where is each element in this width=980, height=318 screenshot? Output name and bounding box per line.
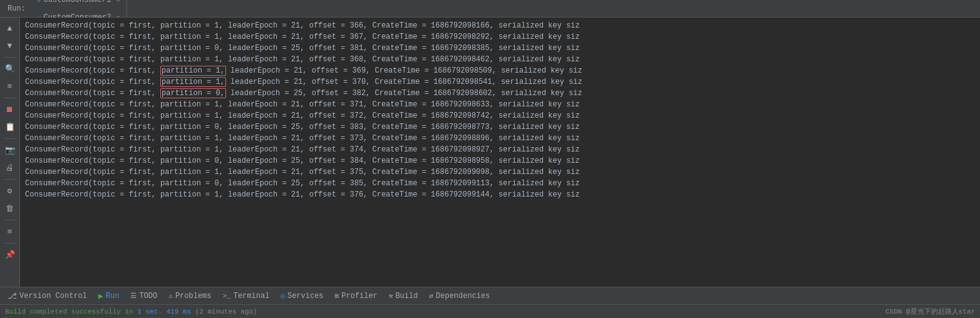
todo-icon: ☰ [130, 292, 137, 300]
status-bar: Build completed successfully in 1 sec. 4… [0, 304, 980, 318]
toolbar-separator [3, 179, 17, 180]
profiler-icon: ⊞ [335, 292, 339, 300]
layout-button[interactable]: 📋 [2, 119, 18, 135]
highlight-box: partition = 1, [160, 66, 226, 76]
bottom-btn-build[interactable]: ⚒Build [384, 289, 423, 303]
search-button[interactable]: 🔍 [2, 61, 18, 77]
main-area: ▲▼🔍≡⏹📋📷🖨⚙🗑≡📌 ConsumerRecord(topic = firs… [0, 18, 980, 287]
bottom-btn-profiler[interactable]: ⊞Profiler [330, 289, 383, 303]
toolbar-separator [3, 98, 17, 98]
highlight-box: partition = 0, [160, 88, 226, 98]
pin-button[interactable]: 📌 [2, 247, 18, 263]
bottom-btn-run[interactable]: ▶Run [93, 289, 124, 303]
console-line: ConsumerRecord(topic = first, partition … [20, 189, 980, 200]
toolbar-separator [3, 243, 17, 244]
console-line: ConsumerRecord(topic = first, partition … [20, 133, 980, 144]
console-line: ConsumerRecord(topic = first, partition … [20, 110, 980, 121]
highlight-box: partition = 1, [160, 77, 226, 87]
toolbar-separator [3, 138, 17, 139]
bottom-btn-label: Profiler [341, 292, 378, 300]
scroll-up-button[interactable]: ▲ [2, 20, 18, 36]
menu-button[interactable]: ≡ [2, 223, 18, 240]
bottom-btn-label: Terminal [234, 292, 270, 300]
stop-button[interactable]: ⏹ [2, 101, 18, 118]
wrap-lines-button[interactable]: ≡ [2, 78, 18, 95]
build-icon: ⚒ [389, 292, 393, 300]
print-button[interactable]: 🖨 [2, 160, 18, 176]
left-toolbar: ▲▼🔍≡⏹📋📷🖨⚙🗑≡📌 [0, 18, 20, 287]
build-suffix: (2 minutes ago) [191, 308, 257, 315]
bottom-btn-label: Dependencies [436, 292, 490, 300]
console-line: ConsumerRecord(topic = first, partition … [20, 65, 980, 76]
bottom-btn-label: Services [287, 292, 324, 300]
clear-button[interactable]: 🗑 [2, 200, 18, 217]
build-success-text: Build completed successfully in [5, 308, 137, 315]
console-line: ConsumerRecord(topic = first, partition … [20, 144, 980, 155]
tab-customconsumer1[interactable]: ☕ CustomConsumer1 ✕ [31, 0, 127, 9]
console-area[interactable]: ConsumerRecord(topic = first, partition … [20, 18, 980, 287]
console-line: ConsumerRecord(topic = first, partition … [20, 121, 980, 133]
bottom-btn-dependencies[interactable]: ⇄Dependencies [424, 289, 495, 303]
bottom-btn-problems[interactable]: ⚠Problems [163, 289, 216, 303]
services-icon: ◎ [281, 292, 285, 300]
screenshot-button[interactable]: 📷 [2, 142, 18, 158]
tab-bar: Run: ☕ CustomConsumer ✕ ☕ CustomConsumer… [0, 0, 980, 18]
bottom-btn-label: TODO [139, 292, 157, 300]
console-line: ConsumerRecord(topic = first, partition … [20, 31, 980, 43]
dependencies-icon: ⇄ [429, 292, 433, 300]
terminal-icon: >_ [223, 292, 231, 300]
toolbar-separator [3, 220, 17, 220]
tab-close[interactable]: ✕ [116, 0, 120, 4]
console-line: ConsumerRecord(topic = first, partition … [20, 20, 980, 31]
bottom-btn-todo[interactable]: ☰TODO [125, 289, 162, 303]
run-icon: ▶ [98, 291, 103, 301]
bottom-btn-label: Version Control [19, 292, 87, 300]
console-line: ConsumerRecord(topic = first, partition … [20, 43, 980, 54]
bottom-btn-terminal[interactable]: >_Terminal [218, 289, 275, 303]
settings-button[interactable]: ⚙ [2, 183, 18, 199]
console-line: ConsumerRecord(topic = first, partition … [20, 178, 980, 189]
bottom-btn-services[interactable]: ◎Services [276, 289, 328, 303]
bottom-btn-version-control[interactable]: ⎇Version Control [3, 289, 92, 303]
console-line: ConsumerRecord(topic = first, partition … [20, 99, 980, 110]
console-line: ConsumerRecord(topic = first, partition … [20, 76, 980, 88]
console-line: ConsumerRecord(topic = first, partition … [20, 88, 980, 99]
console-line: ConsumerRecord(topic = first, partition … [20, 155, 980, 167]
toolbar-separator [3, 57, 17, 58]
bottom-btn-label: Problems [175, 292, 212, 300]
console-line: ConsumerRecord(topic = first, partition … [20, 167, 980, 178]
bottom-btn-label: Build [395, 292, 418, 300]
problems-icon: ⚠ [168, 292, 173, 300]
build-time: 1 sec. 419 ms [137, 308, 191, 315]
bottom-toolbar: ⎇Version Control▶Run☰TODO⚠Problems>_Term… [0, 287, 980, 304]
run-label: Run: [3, 4, 31, 13]
build-status: Build completed successfully in 1 sec. 4… [5, 308, 257, 315]
bottom-btn-label: Run [106, 292, 120, 300]
version-control-icon: ⎇ [8, 291, 17, 301]
credit-text: CSDN @星光下的赶路人star [885, 307, 975, 316]
scroll-down-button[interactable]: ▼ [2, 38, 18, 54]
tab-label: CustomConsumer1 [43, 0, 111, 4]
tab-icon: ☕ [37, 0, 41, 4]
console-line: ConsumerRecord(topic = first, partition … [20, 54, 980, 65]
